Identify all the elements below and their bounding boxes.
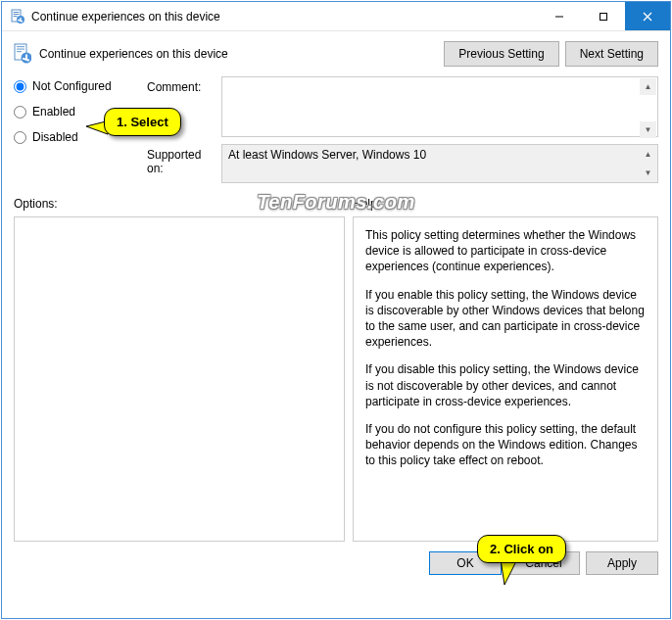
svg-rect-8 — [600, 13, 606, 20]
options-label: Options: — [14, 197, 345, 211]
radio-not-configured-label: Not Configured — [32, 79, 112, 93]
next-setting-button[interactable]: Next Setting — [565, 41, 658, 67]
scroll-up-icon[interactable]: ▲ — [640, 146, 656, 163]
help-text-p4: If you do not configure this policy sett… — [365, 421, 646, 469]
svg-rect-3 — [14, 16, 18, 17]
comment-input[interactable] — [221, 76, 658, 137]
minimize-button[interactable] — [537, 2, 581, 30]
callout-select: 1. Select — [104, 108, 181, 136]
close-button[interactable] — [625, 2, 670, 30]
help-panel: This policy setting determines whether t… — [353, 216, 658, 542]
options-panel — [14, 216, 345, 542]
maximize-button[interactable] — [581, 2, 625, 30]
radio-enabled-input[interactable] — [14, 106, 26, 119]
radio-not-configured[interactable]: Not Configured — [14, 79, 141, 93]
radio-disabled-label: Disabled — [32, 130, 78, 144]
supported-on-value: At least Windows Server, Windows 10 — [228, 148, 426, 162]
window-title: Continue experiences on this device — [31, 10, 537, 24]
scroll-down-icon[interactable]: ▼ — [640, 121, 656, 138]
svg-rect-12 — [17, 46, 24, 47]
svg-rect-16 — [25, 55, 27, 60]
radio-disabled-input[interactable] — [14, 131, 26, 144]
policy-icon — [10, 9, 25, 24]
radio-not-configured-input[interactable] — [14, 80, 26, 93]
titlebar: Continue experiences on this device — [2, 2, 670, 31]
svg-rect-1 — [14, 12, 20, 13]
apply-button[interactable]: Apply — [586, 551, 658, 575]
scroll-up-icon[interactable]: ▲ — [640, 78, 656, 95]
help-text-p2: If you enable this policy setting, the W… — [365, 287, 646, 351]
svg-rect-14 — [17, 51, 22, 52]
scroll-down-icon[interactable]: ▼ — [640, 165, 656, 181]
radio-enabled-label: Enabled — [32, 105, 75, 119]
supported-on-label: Supported on: — [147, 144, 216, 183]
previous-setting-button[interactable]: Previous Setting — [444, 41, 558, 67]
help-label: Help: — [353, 197, 658, 211]
help-text-p1: This policy setting determines whether t… — [365, 227, 646, 275]
svg-rect-13 — [17, 49, 24, 50]
callout-click-on: 2. Click on — [477, 535, 566, 563]
svg-rect-2 — [14, 14, 20, 15]
help-text-p3: If you disable this policy setting, the … — [365, 361, 646, 409]
page-title: Continue experiences on this device — [39, 47, 228, 61]
policy-document-icon — [14, 43, 31, 65]
supported-on-field: At least Windows Server, Windows 10 ▲ ▼ — [221, 144, 658, 183]
